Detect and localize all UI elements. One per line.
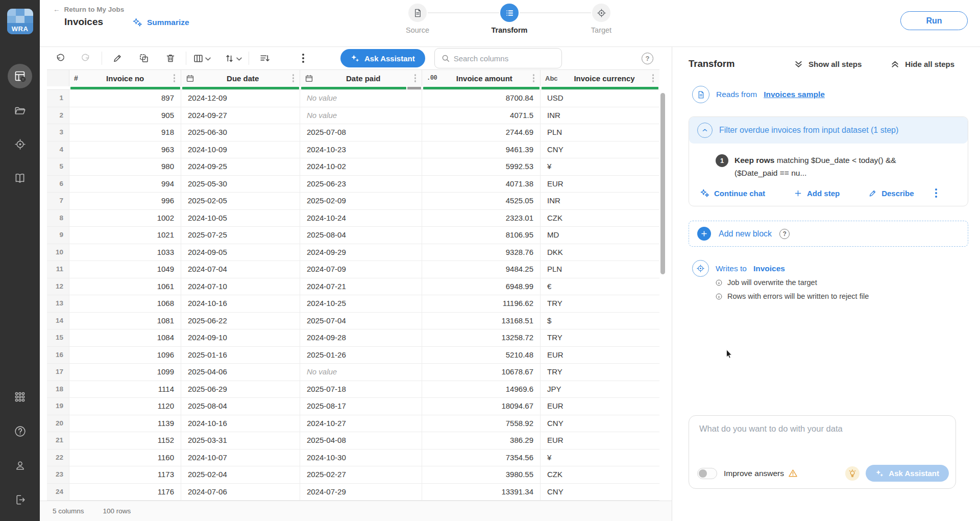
block-more-button[interactable]: [935, 188, 937, 198]
cell-invoice-currency[interactable]: INR: [541, 193, 659, 209]
sidebar-item-projects[interactable]: [8, 98, 32, 123]
improve-answers-toggle[interactable]: [697, 468, 717, 479]
cell-invoice-no[interactable]: 905: [69, 107, 181, 124]
cell-invoice-no[interactable]: 897: [69, 90, 181, 107]
app-logo[interactable]: WRA: [7, 9, 33, 34]
cell-invoice-amount[interactable]: 11196.62: [422, 295, 541, 312]
sidebar-item-wrangle[interactable]: [8, 64, 32, 88]
columns-menu-button[interactable]: [193, 53, 211, 64]
cell-date-paid[interactable]: 2024-10-27: [300, 415, 422, 432]
column-menu-icon[interactable]: [532, 73, 536, 83]
sort-menu-button[interactable]: [224, 53, 242, 64]
go-to-row-button[interactable]: [256, 50, 273, 67]
table-row[interactable]: 2111522025-03-312025-04-08386.29EUR: [47, 432, 659, 449]
table-row[interactable]: 1110492024-07-042024-07-099484.25PLN: [47, 261, 659, 278]
cell-date-paid[interactable]: 2024-10-24: [300, 210, 422, 227]
sidebar-item-help[interactable]: [8, 419, 32, 443]
table-row[interactable]: 2011392024-10-162024-10-277558.92CNY: [47, 415, 659, 433]
step-source[interactable]: Source: [387, 4, 448, 34]
table-row[interactable]: 1410812025-06-222025-07-0413168.51$: [47, 313, 659, 330]
cell-invoice-no[interactable]: 1068: [69, 295, 181, 312]
help-button[interactable]: ?: [642, 53, 653, 64]
cell-invoice-amount[interactable]: 10678.67: [422, 364, 541, 381]
cell-date-paid[interactable]: 2024-10-30: [300, 449, 422, 466]
cell-invoice-no[interactable]: 1049: [69, 261, 181, 278]
cell-date-paid[interactable]: No value: [300, 364, 422, 381]
cell-invoice-amount[interactable]: 8106.95: [422, 227, 541, 244]
cell-invoice-no[interactable]: 994: [69, 176, 181, 193]
cell-due-date[interactable]: 2025-01-16: [181, 347, 300, 364]
table-row[interactable]: 1210612024-07-102024-07-216948.99€: [47, 278, 659, 296]
cell-invoice-currency[interactable]: ¥: [541, 158, 659, 175]
table-row[interactable]: 39182025-06-302025-07-082744.69PLN: [47, 124, 659, 141]
cell-invoice-currency[interactable]: JPY: [541, 381, 659, 398]
add-new-block-button[interactable]: Add new block ?: [689, 221, 968, 247]
cell-due-date[interactable]: 2025-06-22: [181, 313, 300, 329]
cell-date-paid[interactable]: 2024-09-29: [300, 244, 422, 261]
cell-invoice-amount[interactable]: 14969.6: [422, 381, 541, 398]
cell-invoice-no[interactable]: 1176: [69, 484, 181, 501]
cell-invoice-amount[interactable]: 9484.25: [422, 261, 541, 278]
cell-invoice-no[interactable]: 1099: [69, 364, 181, 381]
cell-invoice-no[interactable]: 1160: [69, 449, 181, 466]
column-header-invoice-amount[interactable]: .00 Invoice amount: [422, 70, 541, 86]
column-menu-icon[interactable]: [651, 73, 655, 83]
table-row[interactable]: 1811142025-06-292025-07-1814969.6JPY: [47, 381, 659, 398]
cell-invoice-no[interactable]: 996: [69, 193, 181, 209]
cell-invoice-no[interactable]: 1173: [69, 466, 181, 483]
block-step-row[interactable]: 1 Keep rows matching $Due_date < today()…: [689, 144, 968, 186]
cell-invoice-amount[interactable]: 4071.38: [422, 176, 541, 193]
hide-all-steps-button[interactable]: Hide all steps: [890, 59, 954, 69]
redo-button[interactable]: [78, 50, 95, 67]
cell-invoice-no[interactable]: 1081: [69, 313, 181, 329]
cell-invoice-currency[interactable]: CZK: [541, 466, 659, 483]
cell-date-paid[interactable]: 2024-07-21: [300, 278, 422, 295]
cell-due-date[interactable]: 2024-10-05: [181, 210, 300, 227]
cell-invoice-no[interactable]: 1152: [69, 432, 181, 449]
chat-input[interactable]: [689, 416, 955, 449]
cell-due-date[interactable]: 2025-03-31: [181, 432, 300, 449]
cell-date-paid[interactable]: 2025-01-26: [300, 347, 422, 364]
table-row[interactable]: 1010332024-09-052024-09-299328.76DKK: [47, 244, 659, 262]
cell-due-date[interactable]: 2024-09-25: [181, 158, 300, 175]
cell-date-paid[interactable]: 2025-07-04: [300, 313, 422, 329]
cell-invoice-amount[interactable]: 5210.48: [422, 347, 541, 364]
writes-to-target[interactable]: Invoices: [753, 264, 785, 273]
cell-invoice-amount[interactable]: 386.29: [422, 432, 541, 449]
cell-date-paid[interactable]: 2025-07-18: [300, 381, 422, 398]
table-row[interactable]: 69942025-05-302025-06-234071.38EUR: [47, 176, 659, 193]
undo-button[interactable]: [51, 50, 68, 67]
cell-invoice-amount[interactable]: 2323.01: [422, 210, 541, 227]
cell-invoice-no[interactable]: 980: [69, 158, 181, 175]
cell-date-paid[interactable]: 2025-02-27: [300, 466, 422, 483]
reads-from-link[interactable]: Invoices sample: [764, 90, 825, 99]
chat-ask-assistant-button[interactable]: Ask Assistant: [866, 465, 949, 482]
cell-invoice-amount[interactable]: 3980.55: [422, 466, 541, 483]
cell-invoice-amount[interactable]: 4525.05: [422, 193, 541, 209]
cell-invoice-amount[interactable]: 18094.67: [422, 398, 541, 415]
cell-invoice-currency[interactable]: ¥: [541, 449, 659, 466]
cell-due-date[interactable]: 2024-10-09: [181, 141, 300, 158]
table-row[interactable]: 2311732025-02-042025-02-273980.55CZK: [47, 466, 659, 484]
cell-date-paid[interactable]: 2024-10-02: [300, 158, 422, 175]
sidebar-item-account[interactable]: [8, 453, 32, 478]
cell-date-paid[interactable]: 2024-10-25: [300, 295, 422, 312]
continue-chat-button[interactable]: Continue chat: [700, 188, 765, 198]
sidebar-item-docs[interactable]: [8, 166, 32, 191]
add-block-help-icon[interactable]: ?: [779, 229, 790, 239]
column-menu-icon[interactable]: [413, 73, 418, 83]
duplicate-button[interactable]: [135, 50, 153, 67]
cell-date-paid[interactable]: 2025-06-23: [300, 176, 422, 193]
table-row[interactable]: 2411762024-07-062024-07-2913391.34CNY: [47, 484, 659, 501]
warning-icon[interactable]: [788, 468, 798, 478]
cell-due-date[interactable]: 2024-07-04: [181, 261, 300, 278]
edit-button[interactable]: [109, 50, 126, 67]
cell-invoice-amount[interactable]: 2744.69: [422, 124, 541, 141]
cell-date-paid[interactable]: 2024-07-29: [300, 484, 422, 501]
cell-invoice-no[interactable]: 1096: [69, 347, 181, 364]
table-row[interactable]: 810022024-10-052024-10-242323.01CZK: [47, 210, 659, 227]
cell-invoice-currency[interactable]: MD: [541, 227, 659, 244]
cell-date-paid[interactable]: 2024-10-23: [300, 141, 422, 158]
cell-invoice-currency[interactable]: EUR: [541, 176, 659, 193]
cell-due-date[interactable]: 2025-04-06: [181, 364, 300, 381]
